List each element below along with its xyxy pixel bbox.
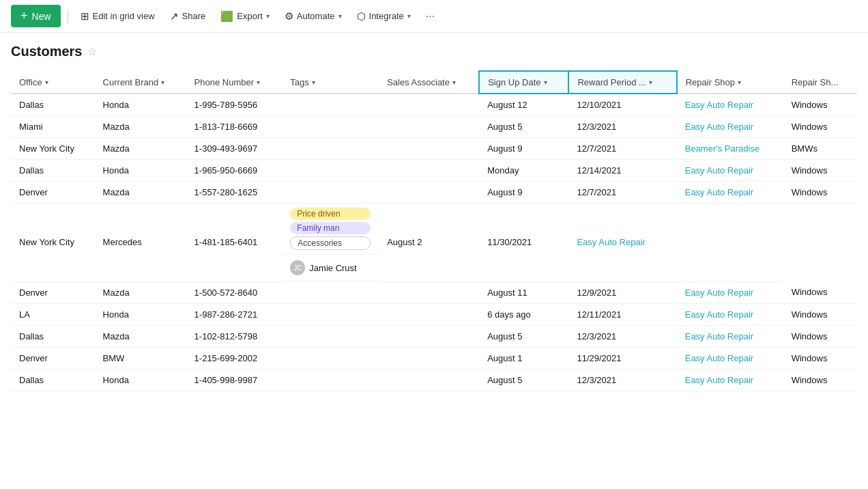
cell-phone: 1-557-280-1625 (186, 182, 283, 204)
cell-sign-up-date: August 11 (479, 281, 568, 303)
integrate-button[interactable]: ⬡ Integrate ▾ (351, 7, 416, 26)
table-header-row: Office ▾ Current Brand ▾ Phone Number (11, 71, 857, 94)
cell-repair-sh2 (677, 204, 783, 282)
cell-tags (282, 94, 379, 116)
table-row: DenverMazda1-557-280-1625August 912/7/20… (11, 182, 857, 204)
cell-office: Dallas (11, 94, 95, 116)
cell-repair-sh2: Windows (783, 116, 857, 138)
cell-repair-shop[interactable]: Easy Auto Repair (568, 204, 676, 282)
cell-office: Miami (11, 116, 95, 138)
cell-sign-up-date: August 2 (379, 204, 479, 282)
col-repair-shop[interactable]: Repair Shop ▾ (677, 71, 783, 94)
integrate-chevron-icon: ▾ (407, 12, 411, 20)
table-row: MiamiMazda1-813-718-6669August 512/3/202… (11, 116, 857, 138)
cell-sign-up-date: August 5 (479, 116, 568, 138)
automate-label: Automate (297, 11, 335, 21)
automate-icon: ⚙ (285, 10, 293, 23)
cell-reward-period: 11/30/2021 (479, 204, 568, 282)
cell-repair-shop[interactable]: Easy Auto Repair (677, 182, 783, 204)
cell-tags: Price drivenFamily manAccessories (282, 204, 379, 255)
sales-name: Jamie Crust (309, 263, 356, 273)
table-row: New York CityMercedes1-481-185-6401Price… (11, 204, 857, 282)
cell-sales-associate (379, 94, 479, 116)
cell-tags (282, 160, 379, 182)
cell-repair-shop[interactable]: Easy Auto Repair (677, 369, 783, 391)
cell-office: LA (11, 303, 95, 325)
cell-repair-shop[interactable]: Easy Auto Repair (677, 281, 783, 303)
cell-reward-period: 12/11/2021 (568, 303, 676, 325)
cell-repair-shop[interactable]: Easy Auto Repair (677, 94, 783, 116)
office-sort-icon: ▾ (45, 79, 48, 86)
more-options-button[interactable]: ··· (420, 7, 440, 26)
new-button[interactable]: + New (11, 5, 61, 27)
cell-brand: Honda (95, 303, 186, 325)
cell-reward-period: 11/29/2021 (568, 347, 676, 369)
cell-phone: 1-481-185-6401 (186, 204, 283, 282)
cell-sign-up-date: August 5 (479, 369, 568, 391)
plus-icon: + (20, 9, 28, 23)
cell-sales-associate (379, 369, 479, 391)
cell-sales-associate (379, 325, 479, 347)
favorite-star-icon[interactable]: ☆ (87, 45, 97, 58)
cell-repair-shop[interactable]: Beamer's Paradise (677, 138, 783, 160)
share-button[interactable]: ↗ Share (164, 7, 212, 26)
cell-tags (282, 303, 379, 325)
cell-repair-shop[interactable]: Easy Auto Repair (677, 347, 783, 369)
new-label: New (32, 11, 51, 22)
edit-grid-label: Edit in grid view (93, 11, 155, 21)
col-current-brand[interactable]: Current Brand ▾ (95, 71, 186, 94)
cell-sign-up-date: Monday (479, 160, 568, 182)
cell-brand: BMW (95, 347, 186, 369)
edit-grid-button[interactable]: ⊞ Edit in grid view (75, 7, 160, 26)
cell-repair-shop[interactable]: Easy Auto Repair (677, 325, 783, 347)
cell-repair-shop[interactable]: Easy Auto Repair (677, 303, 783, 325)
cell-repair-shop[interactable]: Easy Auto Repair (677, 160, 783, 182)
cell-brand: Honda (95, 369, 186, 391)
cell-phone: 1-995-789-5956 (186, 94, 283, 116)
col-tags[interactable]: Tags ▾ (282, 71, 379, 94)
cell-sign-up-date: 6 days ago (479, 303, 568, 325)
cell-repair-sh2: Windows (783, 369, 857, 391)
col-sales-associate[interactable]: Sales Associate ▾ (379, 71, 479, 94)
cell-repair-sh2: Windows (783, 347, 857, 369)
repair-sort-icon: ▾ (738, 79, 741, 86)
cell-phone: 1-405-998-9987 (186, 369, 283, 391)
table-row: DallasHonda1-405-998-9987August 512/3/20… (11, 369, 857, 391)
cell-repair-sh2: Windows (783, 281, 857, 303)
grid-icon: ⊞ (81, 10, 89, 23)
cell-brand: Honda (95, 160, 186, 182)
sales-sort-icon: ▾ (452, 79, 456, 86)
tags-sort-icon: ▾ (312, 79, 315, 86)
table-row: DallasMazda1-102-812-5798August 512/3/20… (11, 325, 857, 347)
cell-repair-sh2: Windows (783, 182, 857, 204)
tag-item: Family man (290, 222, 371, 234)
col-phone-number[interactable]: Phone Number ▾ (186, 71, 283, 94)
toolbar-divider (68, 10, 68, 23)
cell-phone: 1-102-812-5798 (186, 325, 283, 347)
col-reward-period[interactable]: Reward Period ... ▾ (568, 71, 676, 94)
cell-repair-shop[interactable]: Easy Auto Repair (677, 116, 783, 138)
table-row: DenverMazda1-500-572-8640August 1112/9/2… (11, 281, 857, 303)
signup-sort-icon: ▾ (544, 79, 547, 86)
cell-sales-associate (379, 138, 479, 160)
cell-office: New York City (11, 204, 95, 282)
cell-tags (282, 116, 379, 138)
cell-office: New York City (11, 138, 95, 160)
col-sign-up-date[interactable]: Sign Up Date ▾ (479, 71, 568, 94)
cell-sign-up-date: August 12 (479, 94, 568, 116)
export-icon: 🟩 (220, 10, 233, 23)
cell-sign-up-date: August 9 (479, 182, 568, 204)
tag-item: Accessories (290, 236, 371, 250)
export-chevron-icon: ▾ (266, 12, 270, 20)
cell-reward-period: 12/3/2021 (568, 325, 676, 347)
col-office[interactable]: Office ▾ (11, 71, 95, 94)
cell-reward-period: 12/7/2021 (568, 138, 676, 160)
cell-brand: Mercedes (95, 204, 186, 282)
table-row: New York CityMazda1-309-493-9697August 9… (11, 138, 857, 160)
cell-office: Dallas (11, 325, 95, 347)
col-repair-sh2[interactable]: Repair Sh... (783, 71, 857, 94)
automate-button[interactable]: ⚙ Automate ▾ (279, 7, 347, 26)
export-button[interactable]: 🟩 Export ▾ (215, 7, 275, 26)
automate-chevron-icon: ▾ (338, 12, 342, 20)
cell-sign-up-date: August 9 (479, 138, 568, 160)
